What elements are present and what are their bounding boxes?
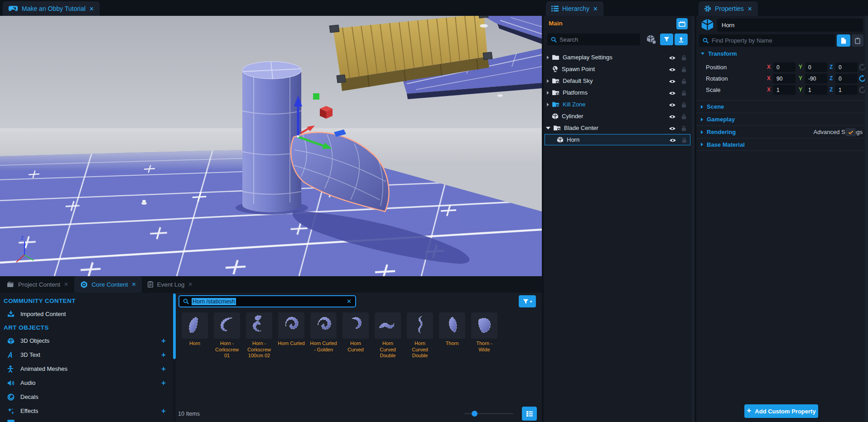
properties-scrollbar[interactable]	[865, 16, 868, 422]
sidebar-item-decals[interactable]: Decals	[0, 390, 173, 404]
hierarchy-export-button[interactable]	[675, 34, 688, 45]
tree-row-cylinder[interactable]: Cylinder	[545, 110, 690, 122]
visibility-eye-icon[interactable]	[669, 66, 676, 72]
add-custom-property-button[interactable]: + Add Custom Property	[744, 404, 818, 418]
visibility-eye-icon[interactable]	[669, 54, 676, 61]
tab-core-content[interactable]: Core Content ✕	[74, 276, 142, 293]
asset-tile[interactable]: Horn - Corkscrew 100cm 02	[246, 312, 272, 359]
lock-icon[interactable]	[681, 54, 686, 61]
3d-viewport[interactable]: Z	[0, 16, 542, 276]
section-base-material[interactable]: Base Material	[696, 138, 868, 151]
close-icon[interactable]: ✕	[131, 281, 136, 288]
add-icon[interactable]: +	[161, 379, 166, 388]
scale-y-input[interactable]: 1	[805, 85, 827, 95]
visibility-eye-icon[interactable]	[669, 101, 676, 108]
sidebar-item-effects[interactable]: Effects +	[0, 404, 173, 418]
gizmo-green-handle[interactable]	[313, 93, 319, 100]
asset-tile[interactable]: Thorn	[439, 312, 465, 359]
screenshot-button[interactable]	[676, 18, 688, 29]
lock-icon[interactable]	[681, 125, 686, 131]
hierarchy-search-input[interactable]: Search	[547, 34, 640, 45]
position-y-input[interactable]: 0	[805, 62, 827, 72]
lock-icon[interactable]	[682, 136, 687, 143]
sidebar-item-3d-text[interactable]: 3D Text +	[0, 348, 173, 362]
add-icon[interactable]: +	[161, 407, 166, 416]
project-document-tab[interactable]: Make an Obby Tutorial ✕	[3, 1, 100, 16]
sidebar-item-audio[interactable]: Audio +	[0, 376, 173, 390]
copy-properties-button[interactable]	[837, 34, 850, 47]
close-icon[interactable]: ✕	[593, 5, 598, 12]
asset-tile[interactable]: Horn Curled - Golden	[310, 312, 337, 359]
visibility-eye-icon[interactable]	[669, 89, 676, 96]
add-icon[interactable]: +	[161, 350, 166, 360]
asset-filter-button[interactable]: ▾	[519, 295, 536, 307]
lock-icon[interactable]	[681, 89, 686, 96]
clear-search-icon[interactable]: ✕	[347, 298, 352, 305]
expand-arrow-icon[interactable]	[547, 79, 549, 83]
lock-icon[interactable]	[681, 113, 686, 120]
hierarchy-scrollbar[interactable]	[692, 16, 694, 422]
lock-icon[interactable]	[681, 77, 686, 84]
tree-row-blade-center[interactable]: Blade Center	[545, 122, 690, 134]
slider-thumb[interactable]	[472, 411, 477, 417]
cylinder-object[interactable]	[242, 62, 301, 212]
advanced-settings-checkbox[interactable]	[845, 128, 856, 136]
visibility-eye-icon[interactable]	[669, 125, 676, 131]
asset-tile[interactable]: Thorn - Wide	[471, 312, 497, 359]
sidebar-item-3d-objects[interactable]: 3D Objects +	[0, 334, 173, 348]
sidebar-item-animated-meshes[interactable]: Animated Meshes +	[0, 362, 173, 376]
transform-section-header[interactable]: Transform	[701, 50, 737, 57]
tree-row-spawn-point[interactable]: Spawn Point	[545, 63, 690, 75]
sidebar-item-imported-content[interactable]: Imported Content	[0, 307, 173, 321]
lock-icon[interactable]	[681, 66, 686, 72]
expand-arrow-icon[interactable]	[547, 103, 549, 106]
asset-tile[interactable]: Horn Curved	[342, 312, 369, 359]
object-name-field[interactable]: Horn	[717, 19, 863, 32]
position-z-input[interactable]: 0	[835, 62, 858, 72]
add-icon[interactable]: +	[161, 364, 166, 374]
asset-tile[interactable]: Horn - Corkscrew 01	[214, 312, 240, 359]
asset-tile[interactable]: Horn	[182, 312, 208, 359]
close-icon[interactable]: ✕	[747, 5, 752, 12]
tree-row-horn[interactable]: Horn	[545, 134, 690, 145]
tree-row-kill-zone[interactable]: Kill Zone	[545, 99, 690, 110]
asset-tile[interactable]: Horn Curved Double	[375, 312, 401, 359]
tab-event-log[interactable]: Event Log ✕	[142, 276, 198, 293]
hierarchy-filter-button[interactable]	[660, 34, 673, 45]
rotation-y-input[interactable]: -90	[805, 74, 827, 83]
thumbnail-size-slider[interactable]	[464, 413, 513, 414]
hierarchy-tab[interactable]: Hierarchy ✕	[546, 1, 603, 16]
view-mode-button[interactable]	[522, 407, 537, 421]
close-icon[interactable]: ✕	[89, 5, 94, 12]
rotation-z-input[interactable]: 0	[835, 74, 858, 83]
visibility-eye-icon[interactable]	[669, 136, 676, 143]
lock-icon[interactable]	[681, 101, 686, 108]
property-search-input[interactable]: Find Property by Name	[699, 34, 835, 47]
tree-row-gameplay-settings[interactable]: Gameplay Settings	[545, 52, 690, 63]
rotation-x-input[interactable]: 90	[773, 74, 796, 83]
gizmo-red-cube[interactable]	[320, 106, 333, 119]
scale-z-input[interactable]: 1	[835, 85, 858, 95]
section-gameplay[interactable]: Gameplay	[696, 113, 868, 125]
tree-row-default-sky[interactable]: Default Sky	[545, 75, 690, 86]
tree-row-platforms[interactable]: Platforms	[545, 87, 690, 98]
close-icon[interactable]: ✕	[188, 281, 193, 288]
position-x-input[interactable]: 0	[773, 62, 796, 72]
asset-search-input[interactable]: Horn /staticmesh ✕	[178, 295, 356, 307]
expand-arrow-icon[interactable]	[547, 91, 549, 95]
paste-properties-button[interactable]	[852, 34, 863, 47]
close-icon[interactable]: ✕	[64, 281, 68, 288]
add-icon[interactable]: +	[161, 336, 166, 345]
collapse-arrow-icon[interactable]	[546, 127, 550, 129]
properties-tab[interactable]: Properties ✕	[699, 1, 758, 16]
scale-x-input[interactable]: 1	[773, 85, 796, 95]
tab-project-content[interactable]: Project Content ✕	[1, 276, 74, 293]
section-scene[interactable]: Scene	[696, 100, 868, 113]
section-rendering[interactable]: Rendering Advanced Settings	[696, 125, 868, 138]
visibility-eye-icon[interactable]	[669, 113, 676, 120]
expand-arrow-icon[interactable]	[547, 56, 549, 59]
asset-tile[interactable]: Horn Curved Double	[407, 312, 433, 359]
group-mode-icon[interactable]	[646, 34, 656, 44]
asset-tile[interactable]: Horn Curled	[278, 312, 304, 359]
visibility-eye-icon[interactable]	[669, 77, 676, 84]
